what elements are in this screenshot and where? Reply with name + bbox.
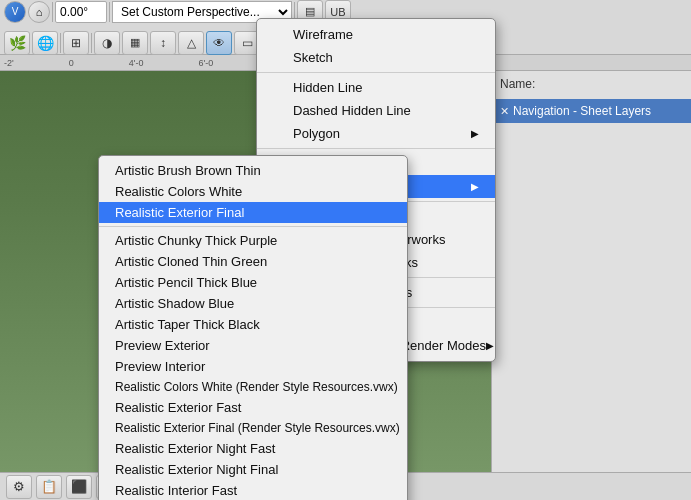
circle-half-btn[interactable]: ◑ bbox=[94, 31, 120, 55]
arrow-other-icon: ▶ bbox=[486, 340, 494, 351]
style-artistic-shadow-blue[interactable]: Artistic Shadow Blue bbox=[99, 293, 407, 314]
polygon-btn[interactable]: △ bbox=[178, 31, 204, 55]
tool-icon-2[interactable]: ⌂ bbox=[28, 1, 50, 23]
style-realistic-exterior-fast[interactable]: Realistic Exterior Fast bbox=[99, 397, 407, 418]
name-label: Name: bbox=[492, 71, 691, 97]
style-realistic-night-fast[interactable]: Realistic Exterior Night Fast bbox=[99, 438, 407, 459]
style-artistic-cloned-green[interactable]: Artistic Cloned Thin Green bbox=[99, 251, 407, 272]
style-artistic-brush-brown[interactable]: Artistic Brush Brown Thin bbox=[99, 160, 407, 181]
style-realistic-interior-fast[interactable]: Realistic Interior Fast bbox=[99, 480, 407, 500]
ruler-mark: 6'-0 bbox=[198, 58, 213, 68]
menu-item-polygon[interactable]: Polygon ▶ bbox=[257, 122, 495, 145]
divider-5 bbox=[91, 33, 92, 53]
ruler-mark: -2' bbox=[4, 58, 14, 68]
nav-sheet-layers[interactable]: ✕ Navigation - Sheet Layers bbox=[492, 99, 691, 123]
style-realistic-exterior-final[interactable]: Realistic Exterior Final bbox=[99, 202, 407, 223]
style-realistic-colors-white[interactable]: Realistic Colors White bbox=[99, 181, 407, 202]
separator-left-1 bbox=[99, 226, 407, 227]
menu-item-wireframe[interactable]: Wireframe bbox=[257, 23, 495, 46]
nav-close-icon[interactable]: ✕ bbox=[500, 105, 509, 118]
style-preview-interior[interactable]: Preview Interior bbox=[99, 356, 407, 377]
divider-2 bbox=[109, 2, 110, 22]
texture-btn[interactable]: ▦ bbox=[122, 31, 148, 55]
plant-icon-btn[interactable]: 🌿 bbox=[4, 31, 30, 55]
right-panel: Name: ✕ Navigation - Sheet Layers bbox=[491, 71, 691, 500]
style-realistic-exterior-final-resources[interactable]: Realistic Exterior Final (Render Style R… bbox=[99, 418, 407, 438]
menu-item-sketch[interactable]: Sketch bbox=[257, 46, 495, 69]
separator-2 bbox=[257, 148, 495, 149]
style-realistic-night-final[interactable]: Realistic Exterior Night Final bbox=[99, 459, 407, 480]
style-preview-exterior[interactable]: Preview Exterior bbox=[99, 335, 407, 356]
menu-item-hidden-line[interactable]: Hidden Line bbox=[257, 76, 495, 99]
bottom-list-btn[interactable]: 📋 bbox=[36, 475, 62, 499]
ruler-mark: 4'-0 bbox=[129, 58, 144, 68]
style-artistic-pencil-blue[interactable]: Artistic Pencil Thick Blue bbox=[99, 272, 407, 293]
render-styles-submenu: Artistic Brush Brown Thin Realistic Colo… bbox=[98, 155, 408, 500]
menu-item-dashed-hidden[interactable]: Dashed Hidden Line bbox=[257, 99, 495, 122]
nav-label: Navigation - Sheet Layers bbox=[513, 104, 651, 118]
divider-1 bbox=[52, 2, 53, 22]
style-realistic-colors-resources[interactable]: Realistic Colors White (Render Style Res… bbox=[99, 377, 407, 397]
globe-icon-btn[interactable]: 🌐 bbox=[32, 31, 58, 55]
bottom-grid-btn[interactable]: ⬛ bbox=[66, 475, 92, 499]
snap-icon-btn[interactable]: ⊞ bbox=[63, 31, 89, 55]
style-artistic-chunky-purple[interactable]: Artistic Chunky Thick Purple bbox=[99, 230, 407, 251]
app-icon: V bbox=[4, 1, 26, 23]
eye-btn[interactable]: 👁 bbox=[206, 31, 232, 55]
angle-input[interactable] bbox=[55, 1, 107, 23]
style-artistic-taper-black[interactable]: Artistic Taper Thick Black bbox=[99, 314, 407, 335]
arrow-icon: ▶ bbox=[471, 128, 479, 139]
cursor-btn[interactable]: ↕ bbox=[150, 31, 176, 55]
ruler-mark: 0 bbox=[69, 58, 74, 68]
divider-4 bbox=[60, 33, 61, 53]
bottom-gear-btn[interactable]: ⚙ bbox=[6, 475, 32, 499]
arrow-renderworks-icon: ▶ bbox=[471, 181, 479, 192]
separator-1 bbox=[257, 72, 495, 73]
